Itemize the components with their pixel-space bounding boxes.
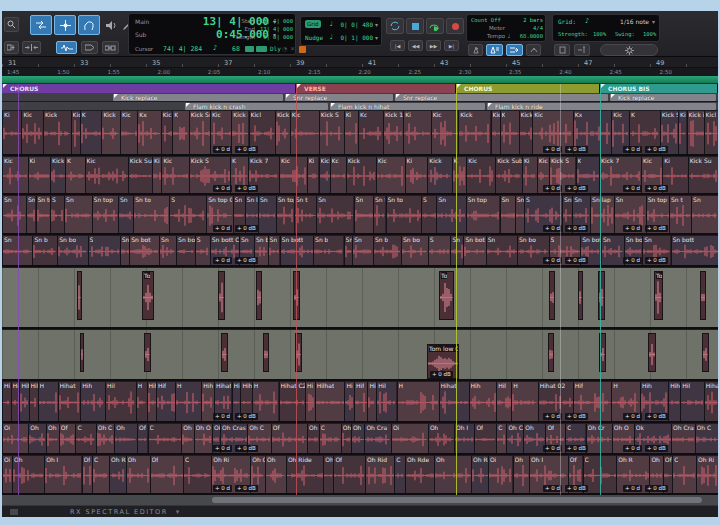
audio-clip[interactable]: Hihu	[19, 382, 28, 423]
audio-clip[interactable]: Oi	[2, 424, 28, 455]
count-off-value[interactable]: 2 bars	[509, 17, 543, 23]
section-marker-chorus[interactable]: CHORUS	[456, 84, 600, 93]
audio-clip[interactable]: Sn to	[133, 196, 169, 235]
audio-clip[interactable]: Kick in I	[275, 111, 290, 156]
audio-clip[interactable]: Kick	[101, 111, 120, 156]
audio-clip[interactable]: Ki	[152, 157, 161, 195]
audio-clip[interactable]: Hih	[201, 382, 214, 423]
audio-clip[interactable]: Oh	[428, 424, 454, 455]
audio-clip[interactable]: C	[75, 424, 95, 455]
audio-clip[interactable]: Hif	[354, 382, 367, 423]
tempo-ruler[interactable]	[2, 76, 718, 84]
audio-clip[interactable]: Oh	[126, 456, 150, 495]
meter-indicator-icon[interactable]	[245, 46, 254, 52]
audio-clip[interactable]: C	[92, 456, 109, 495]
scrub-tool-button[interactable]	[104, 19, 118, 32]
audio-clip[interactable]: Sn to	[515, 196, 524, 235]
audio-clip[interactable]: H	[136, 382, 147, 423]
audio-clip[interactable]: To	[654, 271, 663, 320]
audio-clip[interactable]: Hihu	[367, 382, 376, 423]
clip-gain-badge[interactable]: + 0 dB	[235, 185, 258, 192]
nudge-label[interactable]: Nudge	[305, 34, 323, 41]
audio-clip[interactable]: Sn t	[294, 196, 317, 235]
audio-clip[interactable]: Oh C	[695, 424, 719, 455]
memory-marker[interactable]: Flam kick n crash	[185, 103, 328, 110]
audio-clip[interactable]: Hi	[2, 382, 11, 423]
audio-clip[interactable]: S	[428, 236, 451, 267]
nudge-value[interactable]: 0| 1| 000	[337, 34, 373, 41]
audio-clip[interactable]: K	[80, 111, 102, 156]
audio-clip[interactable]: S	[88, 236, 120, 267]
audio-clip[interactable]	[549, 271, 555, 320]
track-snare-bottom[interactable]: SnSn bSn boSSnSn botSnSn boSSn bott CSnS…	[2, 236, 718, 267]
audio-clip[interactable]: Sn	[500, 196, 515, 235]
memory-marker[interactable]: Kick replace	[113, 94, 283, 101]
track-snare-top[interactable]: SnSn tSn toSSnSn topSnSn toSSn top GSnSn…	[2, 196, 718, 235]
audio-clip[interactable]: Oh	[513, 456, 529, 495]
audio-clip[interactable]: Kc	[358, 111, 383, 156]
link-timeline-button[interactable]	[102, 41, 119, 54]
audio-clip[interactable]: Kick Su	[688, 157, 718, 195]
audio-clip[interactable]: Oh C	[506, 424, 523, 455]
audio-clip[interactable]: Hihat	[439, 382, 469, 423]
go-to-end-button[interactable]: ▶|	[444, 40, 459, 51]
audio-clip[interactable]: Sn bot	[463, 236, 485, 267]
audio-clip[interactable]: Sn bo	[57, 236, 88, 267]
audio-clip[interactable]: Of	[82, 456, 93, 495]
audio-clip[interactable]: Kic	[161, 157, 189, 195]
audio-clip[interactable]: Kic	[466, 157, 495, 195]
clip-gain-badge[interactable]: + 0 dB	[645, 146, 668, 153]
grid-mode-button[interactable]	[78, 15, 100, 35]
audio-clip[interactable]: Oh	[434, 456, 471, 495]
clip-gain-badge[interactable]: + 0 d	[213, 146, 232, 153]
clip-gain-badge[interactable]: + 0 dB	[565, 225, 588, 232]
audio-clip[interactable]: Oh I	[46, 424, 59, 455]
clip-gain-badge[interactable]: + 0 dB	[235, 257, 258, 264]
clip-gain-badge[interactable]: + 0 dB	[565, 445, 588, 452]
audio-clip[interactable]: Oh	[12, 456, 44, 495]
audio-clip[interactable]: Oh I	[44, 456, 81, 495]
audio-clip[interactable]: Kic	[678, 111, 686, 156]
audio-clip[interactable]: H	[397, 382, 439, 423]
audio-clip[interactable]	[263, 333, 269, 372]
clip-gain-badge[interactable]: + 0 dB	[565, 185, 588, 192]
audio-clip[interactable]: Hif	[156, 382, 175, 423]
audio-clip[interactable]: Sn bot	[129, 236, 159, 267]
audio-clip[interactable]: Oh Cn	[341, 424, 351, 455]
clip-gain-badge[interactable]: + 0 d	[623, 413, 642, 420]
audio-clip[interactable]: Kick	[43, 111, 71, 156]
audio-clip[interactable]: Kic	[279, 157, 307, 195]
metronome-button[interactable]	[468, 44, 483, 56]
zoom-preset-button[interactable]	[56, 41, 77, 54]
audio-clip[interactable]: Sn t	[373, 196, 386, 235]
audio-clip[interactable]: Sn bo	[176, 236, 195, 267]
clip-gain-badge[interactable]: + 0 dB	[645, 413, 668, 420]
audio-clip[interactable]: Kick	[346, 157, 376, 195]
audio-clip[interactable]: Kick Sub	[128, 157, 152, 195]
count-off-label[interactable]: Count Off	[471, 17, 501, 23]
snap-offset-button[interactable]	[574, 44, 590, 56]
audio-clip[interactable]: Sn	[64, 196, 92, 235]
zoom-toggle-button[interactable]	[4, 41, 19, 54]
dim-x-icon[interactable]: ✕	[290, 45, 295, 52]
audio-clip[interactable]: H	[175, 382, 201, 423]
memory-marker[interactable]: Snr replace	[395, 94, 608, 101]
audio-clip[interactable]: Kic	[85, 157, 128, 195]
audio-clip[interactable]: Sn top	[466, 196, 500, 235]
audio-clip[interactable]: S	[421, 196, 436, 235]
dim-clock-icon[interactable]: ◔	[282, 45, 287, 52]
audio-clip[interactable]: Oh	[28, 424, 46, 455]
audio-clip[interactable]: Sn lap	[590, 196, 614, 235]
track-kick-sub[interactable]: KicKiKickKKicKick SubKiKicKick SKKick 7K…	[2, 157, 718, 195]
audio-clip[interactable]: Sn	[354, 196, 373, 235]
audio-clip[interactable]: Hil	[376, 382, 396, 423]
bars-beats-ruler[interactable]: 31333537394143454749	[2, 58, 718, 68]
grid-caret-icon[interactable]: ▾	[375, 21, 378, 28]
section-marker-verse[interactable]: VERSE	[296, 84, 456, 93]
audio-clip[interactable]: S	[169, 196, 206, 235]
audio-clip[interactable]: Oh Cras	[671, 424, 695, 455]
play-button[interactable]	[426, 18, 444, 34]
audio-clip[interactable]: Sn	[159, 236, 176, 267]
clip-gain-badge[interactable]: + 0 d	[213, 413, 232, 420]
audio-clip[interactable]: Oh Cra	[364, 424, 391, 455]
